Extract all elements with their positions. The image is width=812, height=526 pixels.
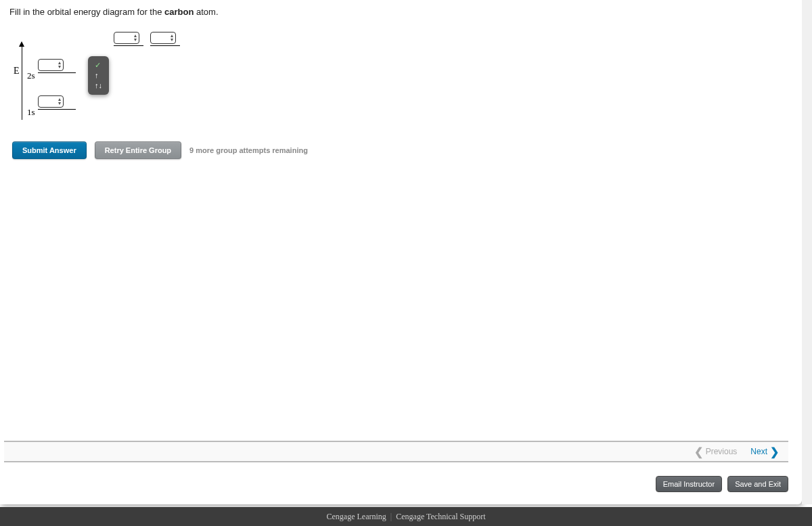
answer-buttons: Submit Answer Retry Entire Group 9 more …: [12, 141, 802, 159]
retry-group-button[interactable]: Retry Entire Group: [95, 141, 181, 159]
stepper-icon: ▴▾: [58, 61, 61, 69]
orbital-line: [114, 45, 143, 46]
tooltip-option-check[interactable]: ✓: [95, 60, 102, 70]
energy-axis-arrow: [22, 45, 22, 120]
orbital-select-1s[interactable]: ▴▾: [38, 95, 64, 108]
question-prefix: Fill in the orbital energy diagram for t…: [9, 7, 164, 17]
orbital-line: [38, 109, 76, 110]
email-instructor-button[interactable]: Email Instructor: [656, 476, 722, 492]
orbital-row-2p: ▴▾ ▴▾: [114, 32, 183, 46]
save-and-exit-button[interactable]: Save and Exit: [727, 476, 788, 492]
next-button[interactable]: Next ❯: [750, 445, 779, 458]
scrollbar-vertical[interactable]: [802, 0, 812, 504]
orbital-slot-2s: ▴▾: [38, 59, 76, 73]
orbital-label-1s: 1s: [27, 107, 35, 118]
orbital-diagram: E ▴▾ ▴▾ 2s ▴▾ ✓ ↑ ↑↓ 1s: [12, 28, 802, 129]
orbital-select-2s[interactable]: ▴▾: [38, 59, 64, 71]
previous-label: Previous: [706, 447, 738, 456]
orbital-slot-2p-1: ▴▾: [114, 32, 143, 46]
stepper-icon: ▴▾: [134, 34, 137, 42]
tooltip-option-up[interactable]: ↑: [95, 70, 102, 81]
energy-label: E: [14, 66, 20, 76]
attempts-remaining: 9 more group attempts remaining: [189, 146, 308, 154]
action-bar: Email Instructor Save and Exit: [656, 476, 788, 492]
submit-answer-button[interactable]: Submit Answer: [12, 141, 87, 159]
question-bold: carbon: [164, 7, 194, 17]
question-suffix: atom.: [194, 7, 218, 17]
orbital-slot-1s: ▴▾: [38, 95, 76, 110]
orbital-label-2s: 2s: [27, 70, 35, 81]
orbital-slot-2p-2: ▴▾: [150, 32, 180, 46]
next-label: Next: [750, 447, 767, 456]
orbital-select-2p-1[interactable]: ▴▾: [114, 32, 139, 44]
footer-support-link[interactable]: Cengage Technical Support: [396, 512, 485, 522]
previous-button[interactable]: ❮ Previous: [694, 445, 738, 458]
footer-separator: |: [390, 512, 392, 522]
stepper-icon: ▴▾: [58, 97, 61, 106]
footer: Cengage Learning | Cengage Technical Sup…: [0, 507, 812, 526]
orbital-row-1s: 1s ▴▾: [27, 95, 78, 110]
tooltip-option-updown[interactable]: ↑↓: [95, 81, 102, 91]
chevron-left-icon: ❮: [694, 445, 703, 458]
orbital-line: [150, 45, 180, 46]
chevron-right-icon: ❯: [770, 445, 779, 458]
question-text: Fill in the orbital energy diagram for t…: [0, 0, 802, 21]
stepper-icon: ▴▾: [171, 34, 173, 42]
nav-bar: ❮ Previous Next ❯: [4, 441, 788, 462]
footer-brand: Cengage Learning: [327, 512, 386, 522]
orbital-row-2s: 2s ▴▾ ✓ ↑ ↑↓: [27, 59, 78, 73]
orbital-dropdown-tooltip[interactable]: ✓ ↑ ↑↓: [88, 56, 109, 95]
content-frame: Fill in the orbital energy diagram for t…: [0, 0, 802, 504]
orbital-line: [38, 72, 76, 73]
orbital-select-2p-2[interactable]: ▴▾: [150, 32, 176, 44]
